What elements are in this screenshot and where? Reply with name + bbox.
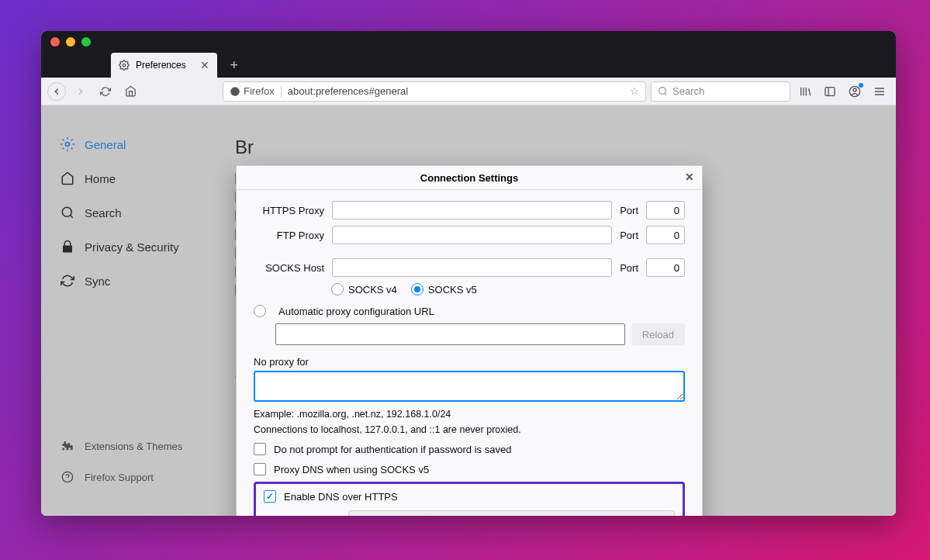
pac-url-input[interactable] xyxy=(275,323,625,345)
port-label: Port xyxy=(617,230,641,241)
proxy-dns-socks-checkbox[interactable] xyxy=(254,463,266,475)
bookmark-star-icon[interactable]: ☆ xyxy=(630,85,639,97)
https-proxy-label: HTTPS Proxy xyxy=(254,205,327,216)
library-icon[interactable] xyxy=(795,81,815,102)
svg-point-0 xyxy=(123,64,126,67)
close-window[interactable] xyxy=(50,37,60,47)
socks-v4-radio[interactable]: SOCKS v4 xyxy=(331,283,397,296)
tab-preferences[interactable]: Preferences ✕ xyxy=(111,53,217,78)
no-proxy-example: Example: .mozilla.org, .net.nz, 192.168.… xyxy=(254,409,685,420)
enable-doh-label: Enable DNS over HTTPS xyxy=(284,491,398,503)
sidebar-toggle-icon[interactable] xyxy=(820,81,840,102)
provider-dropdown[interactable]: Cloudflare (Default) xyxy=(348,510,675,516)
dialog-body: HTTPS Proxy Port FTP Proxy Port SOCKS Ho… xyxy=(237,190,702,516)
search-bar[interactable]: Search xyxy=(651,81,790,102)
socks-host-port[interactable] xyxy=(646,258,685,277)
socks-host-input[interactable] xyxy=(332,258,612,277)
connection-settings-dialog: Connection Settings ✕ HTTPS Proxy Port F… xyxy=(236,165,703,516)
svg-point-5 xyxy=(853,88,856,92)
socks-v5-radio[interactable]: SOCKS v5 xyxy=(411,283,477,296)
back-button[interactable] xyxy=(47,82,66,101)
socks-host-label: SOCKS Host xyxy=(254,262,327,274)
auto-pac-label: Automatic proxy configuration URL xyxy=(278,306,434,317)
https-proxy-port[interactable] xyxy=(646,201,685,220)
url-bar[interactable]: Firefox about:preferences#general ☆ xyxy=(223,81,646,102)
no-proxy-textarea[interactable] xyxy=(254,371,685,402)
preferences-content: General Home Search Privacy & Security S… xyxy=(41,105,896,516)
reload-button[interactable]: Reload xyxy=(631,323,685,345)
ftp-proxy-label: FTP Proxy xyxy=(254,230,327,241)
svg-point-1 xyxy=(230,87,240,96)
no-proxy-label: No proxy for xyxy=(254,356,685,368)
minimize-window[interactable] xyxy=(66,37,75,47)
nav-toolbar: Firefox about:preferences#general ☆ Sear… xyxy=(41,78,896,105)
dialog-close-icon[interactable]: ✕ xyxy=(685,171,694,183)
no-auth-prompt-checkbox[interactable] xyxy=(254,443,266,455)
hamburger-menu-icon[interactable] xyxy=(869,81,890,102)
proxy-dns-socks-label: Proxy DNS when using SOCKS v5 xyxy=(274,464,429,475)
svg-rect-3 xyxy=(825,87,835,95)
reload-button[interactable] xyxy=(95,81,116,102)
titlebar xyxy=(41,31,896,53)
dialog-title: Connection Settings ✕ xyxy=(237,166,702,190)
localhost-note: Connections to localhost, 127.0.0.1, and… xyxy=(254,424,685,435)
use-provider-label: Use Provider xyxy=(282,515,341,517)
ftp-proxy-input[interactable] xyxy=(332,226,612,244)
auto-pac-radio[interactable] xyxy=(254,305,266,317)
tab-close-icon[interactable]: ✕ xyxy=(200,59,209,71)
url-text: about:preferences#general xyxy=(288,85,630,97)
browser-window: Preferences ✕ + Firefox about:preference… xyxy=(41,31,896,516)
search-icon xyxy=(658,86,668,96)
gear-icon xyxy=(119,60,130,71)
window-controls xyxy=(41,37,91,47)
https-proxy-input[interactable] xyxy=(332,201,612,220)
new-tab-button[interactable]: + xyxy=(223,54,245,76)
account-icon[interactable] xyxy=(845,81,865,102)
firefox-badge: Firefox xyxy=(230,85,282,97)
doh-highlight: Enable DNS over HTTPS Use Provider Cloud… xyxy=(254,482,685,516)
home-button[interactable] xyxy=(120,81,140,102)
ftp-proxy-port[interactable] xyxy=(646,226,685,244)
svg-point-2 xyxy=(659,88,666,95)
maximize-window[interactable] xyxy=(81,37,91,47)
forward-button[interactable] xyxy=(71,81,91,102)
port-label: Port xyxy=(617,205,641,216)
enable-doh-checkbox[interactable] xyxy=(264,490,276,503)
port-label: Port xyxy=(617,262,641,274)
tab-label: Preferences xyxy=(136,60,186,71)
tab-bar: Preferences ✕ + xyxy=(41,53,896,78)
no-auth-prompt-label: Do not prompt for authentication if pass… xyxy=(274,444,511,455)
